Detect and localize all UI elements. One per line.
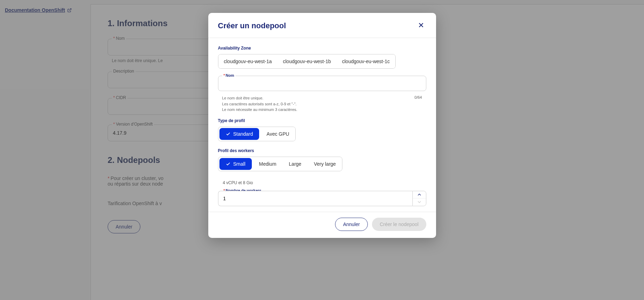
worker-count-field: *Nombre de workers: [218, 191, 426, 206]
modal-nom-hint-row: Le nom doit être unique. Les caractères …: [218, 93, 426, 113]
worker-profile-small[interactable]: Small: [219, 158, 252, 170]
chevron-down-icon: [417, 201, 421, 203]
check-icon: [226, 162, 231, 166]
az-option-1b[interactable]: cloudgouv-eu-west-1b: [277, 54, 336, 68]
modal-nom-field: *Nom: [218, 76, 426, 91]
close-icon: [417, 21, 425, 29]
az-option-1c[interactable]: cloudgouv-eu-west-1c: [336, 54, 395, 68]
worker-count-increment[interactable]: [413, 191, 426, 199]
az-label: Availability Zone: [218, 46, 426, 51]
worker-count-decrement[interactable]: [413, 198, 426, 206]
modal-body: Availability Zone cloudgouv-eu-west-1a c…: [208, 38, 436, 212]
az-options: cloudgouv-eu-west-1a cloudgouv-eu-west-1…: [218, 54, 396, 69]
modal-close-button[interactable]: [416, 20, 426, 31]
modal-cancel-button[interactable]: Annuler: [335, 218, 368, 231]
worker-count-steppers: [412, 191, 426, 206]
modal-footer: Annuler Créer le nodepool: [208, 212, 436, 238]
nom-char-counter: 0/64: [414, 95, 422, 113]
worker-profile-options: Small Medium Large Very large: [218, 157, 343, 171]
worker-profile-medium[interactable]: Medium: [253, 157, 283, 171]
modal-title: Créer un nodepool: [218, 21, 286, 30]
worker-profile-hint: 4 vCPU et 8 Gio: [218, 178, 426, 185]
worker-profile-very-large[interactable]: Very large: [308, 157, 342, 171]
worker-count-input[interactable]: [218, 191, 412, 206]
modal-nom-hint: Le nom doit être unique. Les caractères …: [222, 95, 297, 113]
profile-type-gpu[interactable]: Avec GPU: [260, 127, 295, 141]
az-option-1a[interactable]: cloudgouv-eu-west-1a: [218, 54, 278, 68]
profile-type-label: Type de profil: [218, 118, 426, 123]
check-icon: [226, 132, 231, 136]
chevron-up-icon: [417, 193, 421, 196]
worker-profile-large[interactable]: Large: [282, 157, 308, 171]
profile-type-options: Standard Avec GPU: [218, 127, 296, 141]
create-nodepool-modal: Créer un nodepool Availability Zone clou…: [208, 13, 436, 238]
modal-header: Créer un nodepool: [208, 13, 436, 38]
create-nodepool-button[interactable]: Créer le nodepool: [372, 218, 426, 231]
worker-profile-label: Profil des workers: [218, 148, 426, 153]
profile-type-standard[interactable]: Standard: [219, 128, 259, 140]
modal-nom-input[interactable]: [218, 76, 426, 91]
